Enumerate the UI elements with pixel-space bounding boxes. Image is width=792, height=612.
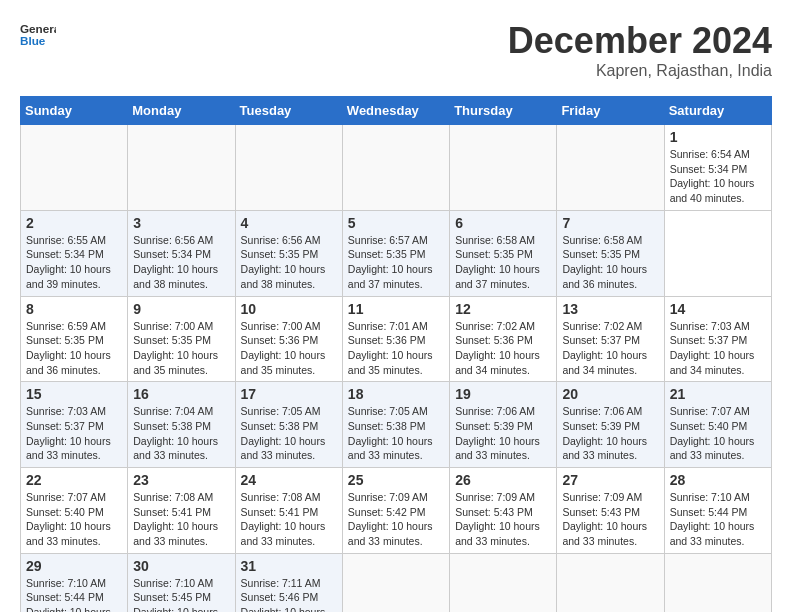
- day-number: 11: [348, 301, 444, 317]
- table-row: [21, 125, 128, 211]
- day-number: 24: [241, 472, 337, 488]
- day-info: Sunrise: 6:58 AM Sunset: 5:35 PM Dayligh…: [455, 233, 551, 292]
- day-info: Sunrise: 7:09 AM Sunset: 5:42 PM Dayligh…: [348, 490, 444, 549]
- day-info: Sunrise: 7:03 AM Sunset: 5:37 PM Dayligh…: [670, 319, 766, 378]
- day-number: 19: [455, 386, 551, 402]
- page-header: General Blue December 2024 Kapren, Rajas…: [20, 20, 772, 80]
- day-number: 22: [26, 472, 122, 488]
- day-info: Sunrise: 7:09 AM Sunset: 5:43 PM Dayligh…: [562, 490, 658, 549]
- day-info: Sunrise: 7:02 AM Sunset: 5:37 PM Dayligh…: [562, 319, 658, 378]
- calendar-header-row: Sunday Monday Tuesday Wednesday Thursday…: [21, 97, 772, 125]
- table-row: 8Sunrise: 6:59 AM Sunset: 5:35 PM Daylig…: [21, 296, 128, 382]
- table-row: 12Sunrise: 7:02 AM Sunset: 5:36 PM Dayli…: [450, 296, 557, 382]
- day-info: Sunrise: 7:04 AM Sunset: 5:38 PM Dayligh…: [133, 404, 229, 463]
- table-row: [557, 125, 664, 211]
- table-row: 16Sunrise: 7:04 AM Sunset: 5:38 PM Dayli…: [128, 382, 235, 468]
- calendar-week-row: 29Sunrise: 7:10 AM Sunset: 5:44 PM Dayli…: [21, 553, 772, 612]
- table-row: 9Sunrise: 7:00 AM Sunset: 5:35 PM Daylig…: [128, 296, 235, 382]
- day-info: Sunrise: 7:11 AM Sunset: 5:46 PM Dayligh…: [241, 576, 337, 612]
- day-number: 18: [348, 386, 444, 402]
- day-info: Sunrise: 6:55 AM Sunset: 5:34 PM Dayligh…: [26, 233, 122, 292]
- logo-icon: General Blue: [20, 20, 56, 48]
- day-info: Sunrise: 7:10 AM Sunset: 5:44 PM Dayligh…: [670, 490, 766, 549]
- table-row: 19Sunrise: 7:06 AM Sunset: 5:39 PM Dayli…: [450, 382, 557, 468]
- table-row: 21Sunrise: 7:07 AM Sunset: 5:40 PM Dayli…: [664, 382, 771, 468]
- table-row: 27Sunrise: 7:09 AM Sunset: 5:43 PM Dayli…: [557, 468, 664, 554]
- table-row: [557, 553, 664, 612]
- day-number: 6: [455, 215, 551, 231]
- day-number: 31: [241, 558, 337, 574]
- page-subtitle: Kapren, Rajasthan, India: [508, 62, 772, 80]
- table-row: 13Sunrise: 7:02 AM Sunset: 5:37 PM Dayli…: [557, 296, 664, 382]
- table-row: [450, 553, 557, 612]
- day-number: 23: [133, 472, 229, 488]
- day-info: Sunrise: 6:54 AM Sunset: 5:34 PM Dayligh…: [670, 147, 766, 206]
- day-info: Sunrise: 6:56 AM Sunset: 5:35 PM Dayligh…: [241, 233, 337, 292]
- table-row: [128, 125, 235, 211]
- table-row: 2Sunrise: 6:55 AM Sunset: 5:34 PM Daylig…: [21, 210, 128, 296]
- col-saturday: Saturday: [664, 97, 771, 125]
- table-row: [664, 553, 771, 612]
- day-number: 1: [670, 129, 766, 145]
- day-number: 15: [26, 386, 122, 402]
- day-number: 16: [133, 386, 229, 402]
- calendar-week-row: 22Sunrise: 7:07 AM Sunset: 5:40 PM Dayli…: [21, 468, 772, 554]
- day-info: Sunrise: 7:06 AM Sunset: 5:39 PM Dayligh…: [455, 404, 551, 463]
- day-number: 10: [241, 301, 337, 317]
- day-info: Sunrise: 6:56 AM Sunset: 5:34 PM Dayligh…: [133, 233, 229, 292]
- day-number: 9: [133, 301, 229, 317]
- day-number: 25: [348, 472, 444, 488]
- day-info: Sunrise: 7:00 AM Sunset: 5:36 PM Dayligh…: [241, 319, 337, 378]
- day-info: Sunrise: 7:07 AM Sunset: 5:40 PM Dayligh…: [670, 404, 766, 463]
- day-number: 29: [26, 558, 122, 574]
- day-info: Sunrise: 7:02 AM Sunset: 5:36 PM Dayligh…: [455, 319, 551, 378]
- day-info: Sunrise: 7:10 AM Sunset: 5:44 PM Dayligh…: [26, 576, 122, 612]
- table-row: 10Sunrise: 7:00 AM Sunset: 5:36 PM Dayli…: [235, 296, 342, 382]
- col-friday: Friday: [557, 97, 664, 125]
- table-row: [450, 125, 557, 211]
- title-section: December 2024 Kapren, Rajasthan, India: [508, 20, 772, 80]
- col-thursday: Thursday: [450, 97, 557, 125]
- svg-text:Blue: Blue: [20, 34, 46, 47]
- calendar-week-row: 15Sunrise: 7:03 AM Sunset: 5:37 PM Dayli…: [21, 382, 772, 468]
- logo: General Blue: [20, 20, 56, 48]
- day-info: Sunrise: 7:08 AM Sunset: 5:41 PM Dayligh…: [133, 490, 229, 549]
- table-row: 15Sunrise: 7:03 AM Sunset: 5:37 PM Dayli…: [21, 382, 128, 468]
- day-number: 12: [455, 301, 551, 317]
- table-row: [342, 125, 449, 211]
- day-number: 7: [562, 215, 658, 231]
- table-row: 6Sunrise: 6:58 AM Sunset: 5:35 PM Daylig…: [450, 210, 557, 296]
- table-row: [235, 125, 342, 211]
- table-row: 11Sunrise: 7:01 AM Sunset: 5:36 PM Dayli…: [342, 296, 449, 382]
- table-row: 20Sunrise: 7:06 AM Sunset: 5:39 PM Dayli…: [557, 382, 664, 468]
- table-row: 29Sunrise: 7:10 AM Sunset: 5:44 PM Dayli…: [21, 553, 128, 612]
- day-number: 5: [348, 215, 444, 231]
- table-row: 24Sunrise: 7:08 AM Sunset: 5:41 PM Dayli…: [235, 468, 342, 554]
- day-number: 4: [241, 215, 337, 231]
- table-row: 14Sunrise: 7:03 AM Sunset: 5:37 PM Dayli…: [664, 296, 771, 382]
- table-row: 28Sunrise: 7:10 AM Sunset: 5:44 PM Dayli…: [664, 468, 771, 554]
- day-number: 21: [670, 386, 766, 402]
- day-info: Sunrise: 7:03 AM Sunset: 5:37 PM Dayligh…: [26, 404, 122, 463]
- table-row: 26Sunrise: 7:09 AM Sunset: 5:43 PM Dayli…: [450, 468, 557, 554]
- day-number: 30: [133, 558, 229, 574]
- col-tuesday: Tuesday: [235, 97, 342, 125]
- day-number: 8: [26, 301, 122, 317]
- col-monday: Monday: [128, 97, 235, 125]
- day-number: 20: [562, 386, 658, 402]
- day-number: 3: [133, 215, 229, 231]
- table-row: 17Sunrise: 7:05 AM Sunset: 5:38 PM Dayli…: [235, 382, 342, 468]
- table-row: 5Sunrise: 6:57 AM Sunset: 5:35 PM Daylig…: [342, 210, 449, 296]
- table-row: 4Sunrise: 6:56 AM Sunset: 5:35 PM Daylig…: [235, 210, 342, 296]
- day-info: Sunrise: 7:05 AM Sunset: 5:38 PM Dayligh…: [348, 404, 444, 463]
- table-row: 31Sunrise: 7:11 AM Sunset: 5:46 PM Dayli…: [235, 553, 342, 612]
- table-row: [342, 553, 449, 612]
- day-info: Sunrise: 7:06 AM Sunset: 5:39 PM Dayligh…: [562, 404, 658, 463]
- day-info: Sunrise: 6:57 AM Sunset: 5:35 PM Dayligh…: [348, 233, 444, 292]
- page-title: December 2024: [508, 20, 772, 62]
- day-number: 28: [670, 472, 766, 488]
- day-number: 17: [241, 386, 337, 402]
- col-sunday: Sunday: [21, 97, 128, 125]
- table-row: 22Sunrise: 7:07 AM Sunset: 5:40 PM Dayli…: [21, 468, 128, 554]
- day-info: Sunrise: 7:07 AM Sunset: 5:40 PM Dayligh…: [26, 490, 122, 549]
